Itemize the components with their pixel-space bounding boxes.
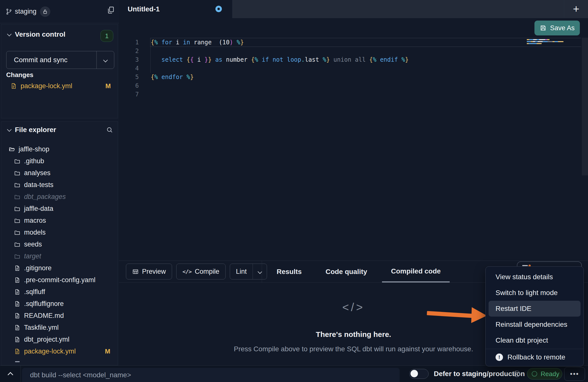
statusbar-divider: [21, 366, 21, 382]
menu-item-label: Rollback to remote: [507, 353, 565, 361]
more-options-button[interactable]: •••: [564, 367, 585, 381]
new-tab-button[interactable]: +: [564, 0, 588, 18]
tree-item-dbt_packages[interactable]: dbt_packages: [1, 191, 118, 203]
commit-and-sync-button[interactable]: Commit and sync: [6, 51, 114, 69]
command-placeholder: dbt build --select <model_name>: [30, 371, 131, 379]
file-explorer-panel: File explorer jaffle-shop.githubanalyses…: [1, 121, 118, 365]
defer-toggle[interactable]: [409, 369, 429, 379]
alert-circle-icon: !: [496, 354, 503, 361]
expand-command-bar-button[interactable]: [5, 366, 16, 382]
minimap-line: [527, 41, 563, 42]
file-explorer-header[interactable]: File explorer: [8, 125, 113, 135]
git-branch-icon: [5, 8, 12, 15]
changed-file-name: package-lock.yml: [21, 82, 72, 90]
tree-item-dbt_project.yml[interactable]: dbt_project.yml: [1, 333, 118, 345]
file-icon: [14, 277, 20, 283]
tree-item-.sqlfluffignore[interactable]: .sqlfluffignore: [1, 298, 118, 310]
menu-item-view-status-details[interactable]: View status details: [486, 269, 584, 285]
help-icon[interactable]: ?: [514, 371, 520, 377]
folder-icon: [14, 206, 20, 212]
tree-item-jaffle-data[interactable]: jaffle-data: [1, 203, 118, 215]
ready-label: Ready: [541, 370, 559, 378]
menu-item-restart-ide[interactable]: Restart IDE: [489, 301, 581, 317]
annotation-arrow: [427, 306, 488, 324]
code-editor[interactable]: 1234567 {% for i in range (10) %} select…: [119, 38, 588, 261]
changes-count-badge: 1: [100, 30, 113, 42]
file-icon: [14, 336, 20, 343]
file-icon: [14, 313, 20, 319]
tree-item-label: .sqlfluffignore: [24, 300, 64, 308]
minimap[interactable]: [527, 39, 564, 45]
code-line: {% endfor %}: [151, 73, 581, 82]
table-icon: [132, 268, 139, 275]
tree-item-label: macros: [24, 217, 46, 224]
tab-code-quality[interactable]: Code quality: [317, 261, 376, 282]
tree-item-.github[interactable]: .github: [1, 155, 118, 167]
folder-icon: [14, 241, 20, 247]
code-line: [151, 47, 581, 55]
tree-item-label: .pre-commit-config.yaml: [24, 276, 95, 284]
status-icon: [522, 265, 528, 266]
editor-scrollbar[interactable]: [582, 38, 588, 175]
commit-options-button[interactable]: [96, 51, 114, 69]
changes-label: Changes: [6, 71, 33, 79]
search-icon[interactable]: [106, 126, 113, 134]
tree-item-macros[interactable]: macros: [1, 215, 118, 226]
tree-item-label: target: [24, 252, 41, 260]
tab-untitled-1[interactable]: Untitled-1: [119, 0, 233, 18]
menu-item-switch-to-light-mode[interactable]: Switch to light mode: [486, 285, 584, 301]
modified-badge: M: [105, 348, 110, 355]
tab-results[interactable]: Results: [268, 261, 311, 282]
version-control-title: Version control: [15, 30, 65, 38]
tree-item-models[interactable]: models: [1, 226, 118, 238]
menu-item-clean-dbt-project[interactable]: Clean dbt project: [486, 332, 584, 348]
ready-status-badge[interactable]: Ready: [527, 368, 562, 380]
tree-item-seeds[interactable]: seeds: [1, 238, 118, 250]
tree-item-package-lock.yml[interactable]: package-lock.ymlM: [1, 345, 118, 357]
folder-icon: [14, 194, 20, 200]
branch-bar: staging: [0, 0, 119, 23]
tab-compiled-code[interactable]: Compiled code: [382, 261, 450, 282]
chevron-up-icon: [8, 372, 13, 378]
tab-label: Untitled-1: [128, 5, 160, 13]
tree-item-analyses[interactable]: analyses: [1, 167, 118, 179]
line-number: 2: [119, 47, 139, 55]
tree-item-label: models: [24, 229, 46, 236]
command-input[interactable]: dbt build --select <model_name>: [22, 368, 400, 382]
line-number: 3: [119, 55, 139, 64]
tree-item-.pre-commit-config.yaml[interactable]: .pre-commit-config.yaml: [1, 274, 118, 286]
lint-button[interactable]: Lint: [230, 264, 267, 279]
minimap-line: [527, 39, 550, 40]
commit-and-sync-label[interactable]: Commit and sync: [6, 51, 96, 69]
branch-name[interactable]: staging: [15, 8, 36, 15]
chevron-down-icon: [7, 127, 11, 132]
tree-item-data-tests[interactable]: data-tests: [1, 179, 118, 191]
tree-item-.gitignore[interactable]: .gitignore: [1, 262, 118, 274]
folder-icon: [14, 229, 20, 236]
branch-lock-chip: [40, 6, 50, 17]
tree-item-.sqlfluff[interactable]: .sqlfluff: [1, 286, 118, 298]
status-context-menu: View status detailsSwitch to light modeR…: [485, 266, 584, 366]
file-icon: [14, 348, 20, 355]
folder-icon: [14, 253, 20, 259]
code-line: [151, 64, 581, 73]
tree-item-README.md[interactable]: README.md: [1, 310, 118, 322]
line-number-gutter: 1234567: [119, 38, 139, 99]
save-as-button[interactable]: Save As: [534, 21, 580, 35]
code-line: [151, 82, 581, 90]
lint-options-button[interactable]: [253, 264, 267, 279]
compile-label: Compile: [195, 268, 219, 275]
tree-item-Taskfile.yml[interactable]: Taskfile.yml: [1, 322, 118, 333]
preview-button[interactable]: Preview: [126, 264, 172, 279]
tree-item-jaffle-shop[interactable]: jaffle-shop: [1, 143, 118, 155]
version-control-header[interactable]: Version control: [8, 30, 65, 38]
folder-icon: [14, 170, 20, 176]
changed-file-package-lock.yml[interactable]: package-lock.ymlM: [1, 80, 118, 92]
folder-open-icon: [9, 146, 15, 152]
duplicate-file-icon[interactable]: [107, 6, 115, 14]
compile-button[interactable]: </> Compile: [176, 264, 226, 279]
tree-item-target[interactable]: target: [1, 250, 118, 262]
minimap-line: [527, 43, 542, 44]
menu-item-reinstall-dependencies[interactable]: Reinstall dependencies: [486, 317, 584, 332]
menu-item-rollback-to-remote[interactable]: !Rollback to remote: [486, 349, 584, 365]
